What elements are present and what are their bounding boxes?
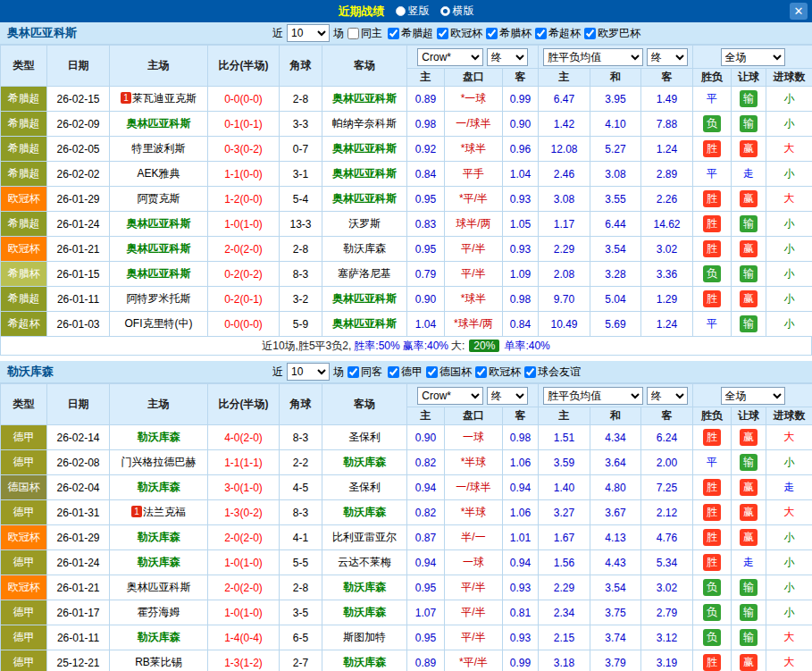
league-filter-checkbox[interactable] — [524, 366, 536, 378]
home-team-name[interactable]: 奥林匹亚科斯 — [127, 581, 191, 593]
goals-cell: 小 — [766, 575, 812, 600]
summary-segment: 20% — [469, 340, 499, 352]
layout-radio-horizontal[interactable]: 横版 — [440, 4, 474, 19]
recent-count-select[interactable]: 10 — [287, 24, 330, 42]
asian-home-odds: 0.95 — [407, 187, 445, 212]
league-filter[interactable]: 希腊杯 — [486, 26, 532, 41]
league-filter[interactable]: 希腊超 — [388, 26, 433, 41]
league-filter[interactable]: 希超杯 — [535, 26, 581, 41]
away-team-cell: 奥林匹亚科斯 — [322, 162, 407, 187]
result-tag: 平 — [703, 165, 721, 182]
goals-cell: 小 — [766, 87, 812, 112]
away-team-name[interactable]: 沃罗斯 — [348, 217, 381, 230]
home-team-name[interactable]: 门兴格拉德巴赫 — [121, 456, 197, 468]
recent-count-select[interactable]: 10 — [287, 363, 330, 381]
home-team-name[interactable]: 霍芬海姆 — [138, 606, 180, 618]
scope-select[interactable]: 全场 — [721, 387, 785, 405]
away-team-name[interactable]: 勒沃库森 — [343, 506, 386, 518]
away-team-name[interactable]: 云达不莱梅 — [338, 556, 391, 568]
layout-radio-vertical[interactable]: 竖版 — [396, 4, 430, 19]
asian-time-select[interactable]: 终 — [487, 48, 528, 66]
home-team-name[interactable]: 勒沃库森 — [138, 531, 180, 543]
home-team-name[interactable]: AEK雅典 — [137, 167, 180, 180]
europe-odds-select[interactable]: 胜平负均值 — [543, 48, 643, 66]
radio-horizontal-icon[interactable] — [440, 6, 450, 16]
league-filter-checkbox[interactable] — [475, 366, 487, 378]
league-filter[interactable]: 欧罗巴杯 — [584, 26, 640, 41]
home-team-name[interactable]: 奥林匹亚科斯 — [127, 117, 191, 130]
odds-company-select[interactable]: Crow* — [417, 48, 483, 66]
close-icon[interactable]: ✕ — [790, 3, 808, 20]
home-team-name[interactable]: 勒沃库森 — [138, 481, 180, 493]
home-team-name[interactable]: 勒沃库森 — [138, 431, 180, 443]
home-team-name[interactable]: 奥林匹亚科斯 — [127, 242, 191, 255]
home-team-name[interactable]: 奥林匹亚科斯 — [127, 217, 191, 230]
home-team-name[interactable]: 莱瓦迪亚克斯 — [132, 92, 197, 105]
goals-tag: 小 — [784, 167, 795, 180]
league-filter[interactable]: 球会友谊 — [524, 365, 581, 380]
same-side-filter[interactable]: 同客 — [347, 365, 382, 380]
away-team-name[interactable]: 奥林匹亚科斯 — [332, 142, 397, 155]
home-team-name[interactable]: 勒沃库森 — [138, 631, 180, 643]
home-team-name[interactable]: 法兰克福 — [143, 506, 186, 518]
league-filter-checkbox[interactable] — [535, 28, 547, 39]
away-team-name[interactable]: 斯图加特 — [343, 631, 386, 643]
europe-time-select[interactable]: 终 — [647, 387, 688, 405]
asian-home-odds: 0.94 — [407, 550, 445, 575]
same-side-checkbox[interactable] — [347, 28, 359, 39]
league-filter[interactable]: 欧冠杯 — [437, 26, 482, 41]
away-team-name[interactable]: 勒沃库森 — [343, 656, 386, 668]
europe-time-select[interactable]: 终 — [647, 48, 688, 66]
away-team-name[interactable]: 圣保利 — [348, 481, 381, 493]
asian-away-odds: 0.93 — [503, 237, 539, 262]
league-filter-checkbox[interactable] — [584, 28, 596, 39]
corner-score: 8-3 — [280, 425, 322, 450]
away-team-name[interactable]: 圣保利 — [348, 431, 381, 443]
league-filter-checkbox[interactable] — [486, 28, 498, 39]
asian-home-odds: 0.89 — [407, 87, 445, 112]
home-team-name[interactable]: 奥林匹亚科斯 — [127, 267, 191, 280]
away-team-name[interactable]: 比利亚雷亚尔 — [332, 531, 397, 543]
same-side-filter[interactable]: 同主 — [347, 26, 382, 41]
away-team-cell: 塞萨洛尼基 — [322, 262, 407, 287]
away-team-name[interactable]: 奥林匹亚科斯 — [332, 92, 397, 105]
home-team-name[interactable]: 阿贾克斯 — [138, 192, 180, 205]
home-team-name[interactable]: OFI克里特(中) — [125, 317, 193, 330]
away-team-name[interactable]: 奥林匹亚科斯 — [332, 167, 397, 180]
asian-time-select[interactable]: 终 — [487, 387, 528, 405]
away-team-cell: 勒沃库森 — [322, 237, 407, 262]
home-team-name[interactable]: 特里波利斯 — [132, 142, 186, 155]
home-team-name[interactable]: RB莱比锡 — [135, 656, 182, 668]
home-team-cell: 奥林匹亚科斯 — [110, 212, 208, 237]
away-team-name[interactable]: 帕纳辛奈科斯 — [332, 117, 397, 130]
away-team-name[interactable]: 奥林匹亚科斯 — [332, 192, 397, 205]
match-date: 26-01-11 — [47, 625, 110, 650]
away-team-name[interactable]: 奥林匹亚科斯 — [332, 317, 397, 330]
away-team-name[interactable]: 勒沃库森 — [343, 242, 386, 255]
away-team-name[interactable]: 奥林匹亚科斯 — [332, 292, 397, 305]
same-side-checkbox[interactable] — [347, 366, 359, 378]
league-filter-checkbox[interactable] — [437, 28, 448, 39]
odds-company-select[interactable]: Crow* — [417, 387, 483, 405]
league-filter[interactable]: 德甲 — [388, 365, 423, 380]
radio-vertical-icon[interactable] — [396, 6, 406, 16]
home-team-name[interactable]: 阿特罗米托斯 — [127, 292, 191, 305]
away-team-name[interactable]: 勒沃库森 — [343, 606, 386, 618]
scope-select[interactable]: 全场 — [721, 48, 785, 66]
league-filter-checkbox[interactable] — [388, 366, 399, 378]
away-team-cell: 奥林匹亚科斯 — [322, 87, 407, 112]
away-team-name[interactable]: 勒沃库森 — [343, 456, 386, 468]
away-team-name[interactable]: 塞萨洛尼基 — [338, 267, 391, 280]
league-filter-checkbox[interactable] — [426, 366, 438, 378]
away-team-name[interactable]: 勒沃库森 — [343, 581, 386, 593]
home-team-name[interactable]: 勒沃库森 — [138, 556, 180, 568]
euro-home-odds: 6.47 — [539, 87, 590, 112]
league-filter-checkbox[interactable] — [388, 28, 399, 39]
asian-handicap-line: *一球 — [445, 87, 503, 112]
europe-odds-select[interactable]: 胜平负均值 — [543, 387, 643, 405]
league-filter[interactable]: 欧冠杯 — [475, 365, 521, 380]
euro-away-odds: 7.88 — [641, 112, 693, 137]
league-filter[interactable]: 德国杯 — [426, 365, 472, 380]
handicap-result-cell: 输 — [732, 450, 766, 475]
league-type-badge: 德国杯 — [1, 475, 47, 500]
